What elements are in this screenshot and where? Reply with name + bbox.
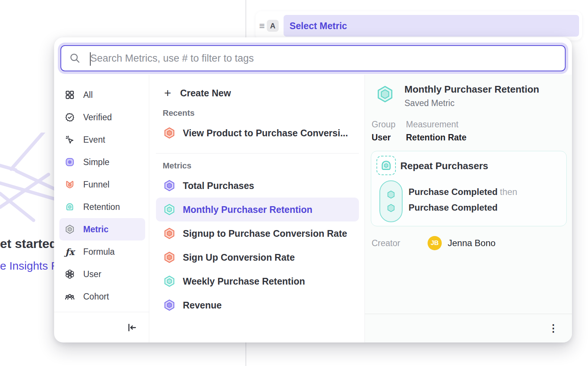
sidebar-item-label: Cohort bbox=[83, 292, 109, 302]
creator-row: Creator JB Jenna Bono bbox=[372, 236, 567, 250]
sidebar-item-label: Metric bbox=[83, 224, 109, 235]
recent-item[interactable]: View Product to Purchase Conversi... bbox=[156, 121, 359, 145]
funnel-metric-icon bbox=[163, 227, 175, 239]
creator-name: Jenna Bono bbox=[448, 238, 495, 248]
sidebar-item-user[interactable]: User bbox=[59, 263, 145, 285]
background-heading-fragment: et started. bbox=[0, 236, 61, 251]
plus-icon: + bbox=[164, 87, 171, 99]
definition-card-title: Repeat Purchasers bbox=[400, 160, 488, 172]
kebab-menu-button[interactable]: ⋮ bbox=[546, 321, 561, 336]
event-cursor-icon bbox=[65, 134, 75, 145]
cohort-people-icon bbox=[65, 291, 75, 302]
sidebar-item-metric[interactable]: Metric bbox=[59, 218, 145, 241]
step-event-name: Purchase Completed bbox=[409, 187, 498, 197]
detail-footer: ⋮ bbox=[365, 314, 572, 342]
group-label: Group bbox=[372, 120, 397, 130]
event-hexagon-icon bbox=[386, 190, 396, 199]
metric-list-item[interactable]: Total Purchases bbox=[156, 174, 359, 198]
repeat-purchasers-icon bbox=[376, 156, 396, 175]
recent-item-label: View Product to Purchase Conversi... bbox=[183, 128, 348, 139]
retention-icon bbox=[65, 202, 75, 212]
measurement-label: Measurement bbox=[406, 120, 466, 130]
recents-header: Recents bbox=[163, 108, 359, 118]
sidebar-item-retention[interactable]: Retention bbox=[59, 196, 145, 218]
metric-list-column: + Create New Recents View Product to Pur… bbox=[149, 75, 365, 342]
retention-metric-icon bbox=[163, 275, 175, 287]
funnel-icon bbox=[65, 179, 75, 190]
search-icon bbox=[69, 53, 81, 64]
sidebar-item-label: Simple bbox=[83, 157, 109, 167]
sidebar-item-simple[interactable]: Simple bbox=[59, 151, 145, 173]
funnel-metric-icon bbox=[163, 127, 175, 139]
list-divider bbox=[156, 153, 359, 153]
sidebar-item-label: All bbox=[83, 90, 93, 100]
collapse-sidebar-button[interactable] bbox=[124, 320, 139, 335]
sidebar-item-label: Retention bbox=[83, 202, 120, 212]
metrics-header: Metrics bbox=[163, 161, 359, 171]
metric-definition-card: Repeat Purchasers Purchase Completedthen bbox=[371, 151, 567, 226]
drag-handle-icon[interactable]: ≡ bbox=[258, 21, 266, 31]
user-cluster-icon bbox=[65, 269, 75, 279]
metric-list-item[interactable]: Revenue bbox=[156, 293, 359, 317]
detail-meta: Group User Measurement Retention Rate bbox=[372, 120, 567, 143]
sidebar-item-label: Event bbox=[83, 135, 105, 145]
event-metric-icon bbox=[163, 180, 175, 192]
sidebar-item-label: Verified bbox=[83, 112, 112, 122]
metric-bar-card: ≡ A Select Metric bbox=[256, 11, 582, 40]
retention-metric-icon-large bbox=[376, 85, 394, 103]
filter-sidebar: All Verified bbox=[54, 75, 149, 342]
sidebar-item-label: Formula bbox=[83, 247, 115, 257]
funnel-metric-icon bbox=[163, 251, 175, 263]
search-input[interactable] bbox=[81, 53, 565, 64]
create-new-button[interactable]: + Create New bbox=[156, 84, 359, 102]
metric-detail-panel: Monthly Purchaser Retention Saved Metric… bbox=[365, 75, 572, 342]
event-sequence-pill bbox=[379, 180, 403, 222]
detail-title: Monthly Purchaser Retention bbox=[404, 84, 539, 95]
sidebar-item-event[interactable]: Event bbox=[59, 128, 145, 151]
sidebar-footer bbox=[54, 312, 149, 342]
sidebar-item-formula[interactable]: ƒx Formula bbox=[59, 241, 145, 263]
measurement-value: Retention Rate bbox=[406, 133, 466, 143]
metric-icon bbox=[65, 224, 75, 235]
detail-subtitle: Saved Metric bbox=[404, 98, 539, 108]
creator-avatar: JB bbox=[428, 236, 442, 250]
select-metric-label: Select Metric bbox=[290, 21, 347, 31]
step-event-name: Purchase Completed bbox=[409, 202, 498, 213]
simple-icon bbox=[65, 157, 75, 167]
sidebar-item-label: Funnel bbox=[83, 180, 109, 190]
event-hexagon-icon bbox=[386, 203, 396, 213]
search-box bbox=[60, 45, 566, 71]
metric-list-item[interactable]: Sign Up Conversion Rate bbox=[156, 245, 359, 269]
sidebar-item-all[interactable]: All bbox=[59, 84, 145, 106]
metric-picker-modal: All Verified bbox=[54, 37, 572, 342]
formula-icon: ƒx bbox=[65, 246, 75, 257]
metric-list-item[interactable]: Weekly Purchase Retention bbox=[156, 269, 359, 293]
grid-icon bbox=[65, 90, 75, 100]
text-caret bbox=[90, 52, 91, 66]
step-connector: then bbox=[500, 187, 517, 197]
group-value: User bbox=[372, 133, 397, 143]
metric-list-item[interactable]: Signup to Purchase Conversion Rate bbox=[156, 221, 359, 245]
sidebar-item-funnel[interactable]: Funnel bbox=[59, 173, 145, 196]
detail-header: Monthly Purchaser Retention Saved Metric bbox=[376, 84, 567, 108]
metric-list-item-selected[interactable]: Monthly Purchaser Retention bbox=[156, 198, 359, 221]
verified-badge-icon bbox=[65, 112, 75, 122]
retention-metric-icon bbox=[163, 204, 175, 215]
event-metric-icon bbox=[163, 299, 175, 311]
sidebar-item-verified[interactable]: Verified bbox=[59, 106, 145, 128]
creator-label: Creator bbox=[372, 238, 428, 248]
sidebar-item-cohort[interactable]: Cohort bbox=[59, 285, 145, 308]
sidebar-item-label: User bbox=[83, 269, 101, 279]
event-steps: Purchase Completedthen Purchase Complete… bbox=[409, 184, 517, 215]
series-a-badge: A bbox=[267, 20, 279, 32]
select-metric-button[interactable]: Select Metric bbox=[284, 15, 579, 37]
